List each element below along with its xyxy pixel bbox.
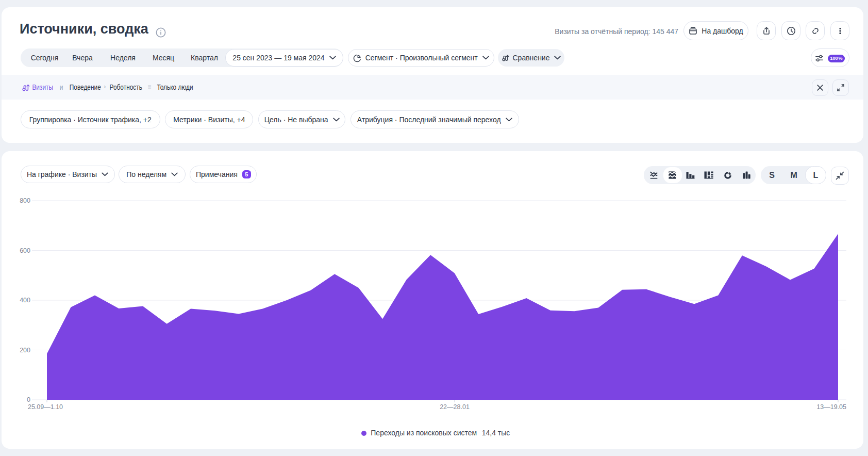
svg-text:22—28.01: 22—28.01 [440, 403, 470, 411]
svg-text:13—19.05: 13—19.05 [816, 403, 846, 411]
svg-text:800: 800 [20, 197, 30, 204]
svg-text:400: 400 [20, 297, 30, 304]
svg-text:200: 200 [20, 347, 30, 354]
svg-text:600: 600 [20, 247, 30, 254]
svg-text:0: 0 [27, 396, 30, 403]
svg-text:25.09—1.10: 25.09—1.10 [28, 403, 63, 411]
